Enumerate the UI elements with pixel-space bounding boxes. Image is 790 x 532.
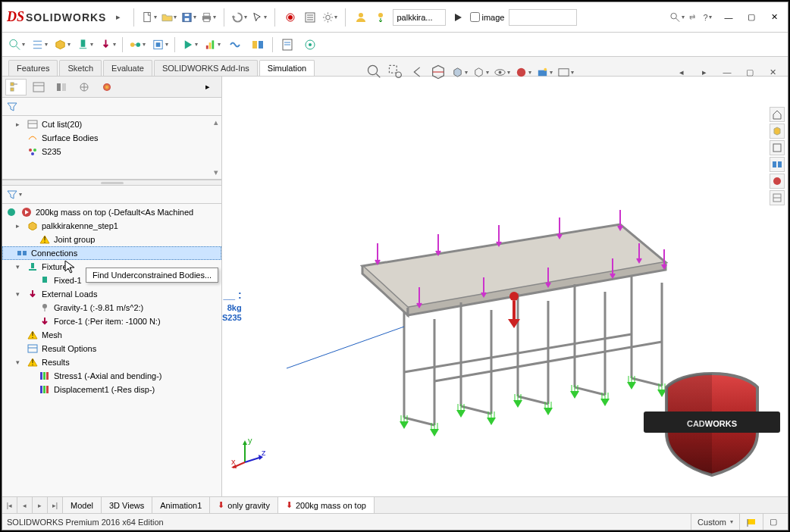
rebuild-icon[interactable] [283, 10, 298, 25]
tree-force[interactable]: Force-1 (:Per item: -1000 N:) [2, 315, 221, 328]
material-icon[interactable]: ▾ [54, 36, 71, 53]
tab-nav-next[interactable]: ▸ [33, 497, 48, 513]
edit-appearance-icon[interactable]: ▾ [515, 64, 531, 80]
tree-stress[interactable]: Stress1 (-Axial and bending-) [2, 369, 221, 383]
status-view-mode[interactable]: Custom▾ [691, 514, 739, 530]
view-triad[interactable]: y z x [230, 436, 268, 474]
panel-tab-property[interactable] [28, 79, 49, 95]
user-icon[interactable] [353, 10, 368, 25]
new-document-icon[interactable]: ▾ [142, 10, 157, 25]
open-document-icon[interactable]: ▾ [161, 10, 177, 25]
panel-tab-config[interactable] [51, 79, 72, 95]
doc-next-icon[interactable]: ▸ [697, 64, 712, 80]
image-checkbox[interactable]: image [470, 12, 504, 22]
bottom-tab-3dviews[interactable]: 3D Views [102, 497, 152, 513]
doc-minimize-icon[interactable]: — [719, 64, 735, 80]
download-user-icon[interactable] [373, 10, 388, 25]
external-load-icon[interactable]: ▾ [99, 36, 116, 53]
minimize-button[interactable]: — [719, 10, 738, 25]
taskpane-home-icon[interactable] [770, 107, 785, 122]
save-icon[interactable]: ▾ [181, 10, 196, 25]
taskpane-library-icon[interactable] [770, 124, 785, 139]
undo-icon[interactable]: ▾ [232, 10, 247, 25]
deformed-icon[interactable] [227, 36, 243, 53]
tab-nav-last[interactable]: ▸| [48, 497, 63, 513]
graphics-viewport[interactable]: __ :8kg S235 [222, 77, 788, 496]
tree-displacement[interactable]: Displacement1 (-Res disp-) [2, 383, 221, 396]
tree-result-options[interactable]: Result Options [2, 342, 221, 355]
tab-simulation[interactable]: Simulation [259, 60, 315, 76]
sim-tree-filter[interactable]: ▾ [2, 186, 221, 204]
plot-tools-icon[interactable] [302, 36, 318, 53]
doc-close-icon[interactable]: ✕ [765, 64, 780, 80]
tree-cut-list[interactable]: ▸Cut list(20) [2, 117, 221, 131]
zoom-fit-icon[interactable] [366, 64, 383, 80]
hide-show-icon[interactable]: ▾ [494, 64, 510, 80]
tab-addins[interactable]: SOLIDWORKS Add-Ins [154, 60, 258, 76]
view-settings-icon[interactable]: ▾ [557, 64, 574, 80]
shell-icon[interactable]: ▾ [152, 36, 168, 53]
zoom-area-icon[interactable] [387, 64, 404, 80]
panel-expand-icon[interactable]: ▸ [197, 79, 218, 95]
run-icon[interactable] [450, 10, 466, 25]
panel-tab-feature-tree[interactable] [5, 79, 27, 95]
tree-mesh[interactable]: !Mesh [2, 328, 221, 342]
tab-nav-first[interactable]: |◂ [2, 497, 17, 513]
zoom-study-icon[interactable]: ▾ [8, 36, 25, 53]
tree-part[interactable]: ▸palkkirakenne_step1 [2, 219, 221, 233]
study-list-icon[interactable]: ▾ [31, 36, 48, 53]
previous-view-icon[interactable] [409, 64, 425, 80]
fixture-icon[interactable]: ▾ [77, 36, 93, 53]
bottom-tab-only-gravity[interactable]: ⬇only gravity [210, 497, 278, 513]
bottom-tab-model[interactable]: Model [63, 497, 102, 513]
bottom-tab-animation1[interactable]: Animation1 [152, 497, 210, 513]
status-flag-icon[interactable] [739, 514, 763, 530]
doc-restore-icon[interactable]: ▢ [742, 64, 757, 80]
tree-label: Fixed-1 [54, 276, 82, 285]
tree-splitter[interactable] [2, 180, 221, 186]
tab-sketch[interactable]: Sketch [59, 60, 102, 76]
run-study-icon[interactable]: ▾ [181, 36, 198, 53]
tree-external-loads[interactable]: ▾External Loads [2, 287, 221, 301]
tab-evaluate[interactable]: Evaluate [103, 60, 152, 76]
panel-tab-dimxpert[interactable] [74, 79, 95, 95]
taskpane-appearance-icon[interactable] [770, 174, 785, 189]
print-icon[interactable]: ▾ [201, 10, 216, 25]
tree-surface-bodies[interactable]: Surface Bodies [2, 131, 221, 145]
taskpane-view-icon[interactable] [770, 157, 785, 172]
results-icon[interactable]: ▾ [204, 36, 221, 53]
tab-features[interactable]: Features [8, 60, 58, 76]
connection-icon[interactable]: ▾ [129, 36, 146, 53]
doc-prev-icon[interactable]: ◂ [674, 64, 689, 80]
help-icon[interactable]: ?▾ [700, 10, 715, 25]
image-input[interactable] [509, 9, 577, 26]
tree-study-root[interactable]: 200kg mass on top (-Default<As Machined [2, 205, 221, 219]
settings-gear-icon[interactable]: ▾ [322, 10, 337, 25]
select-cursor-icon[interactable]: ▾ [252, 10, 267, 25]
status-maximize-icon[interactable]: ▢ [763, 514, 783, 530]
report-icon[interactable] [279, 36, 296, 53]
tree-gravity[interactable]: Gravity-1 (:-9.81 m/s^2:) [2, 301, 221, 315]
display-style-icon[interactable]: ▾ [472, 64, 489, 80]
view-orient-icon[interactable]: ▾ [451, 64, 468, 80]
tree-material[interactable]: S235 [2, 145, 221, 158]
panel-tab-appearance[interactable] [96, 79, 118, 95]
taskpane-explorer-icon[interactable] [770, 140, 785, 155]
user-dropdown[interactable] [393, 9, 446, 26]
compare-icon[interactable] [249, 36, 266, 53]
tree-joint-group[interactable]: !Joint group [2, 233, 221, 246]
tab-nav-prev[interactable]: ◂ [17, 497, 33, 513]
scrollbar-upper[interactable]: ▴▾ [212, 117, 220, 177]
expand-menu-icon[interactable]: ▸ [111, 10, 126, 25]
maximize-button[interactable]: ▢ [742, 10, 760, 25]
tree-filter-bar[interactable] [2, 98, 221, 116]
tree-results[interactable]: ▾!Results [2, 355, 221, 369]
close-button[interactable]: ✕ [765, 10, 783, 25]
search-icon[interactable]: ▾ [669, 10, 685, 25]
tree-connections[interactable]: Connections [2, 246, 221, 260]
apply-scene-icon[interactable]: ▾ [536, 64, 553, 80]
bottom-tab-200kg[interactable]: ⬇200kg mass on top [278, 497, 375, 513]
section-view-icon[interactable] [430, 64, 447, 80]
taskpane-custom-icon[interactable] [770, 190, 785, 205]
options-list-icon[interactable] [303, 10, 318, 25]
